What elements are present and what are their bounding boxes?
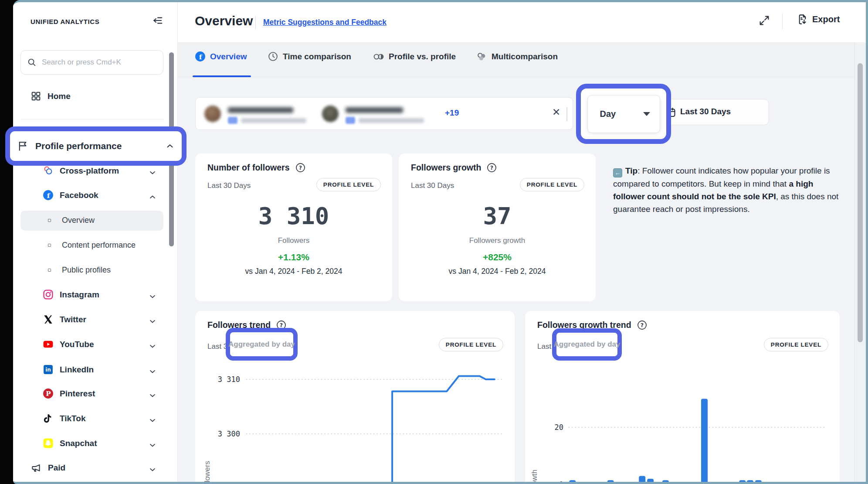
tab-overview[interactable]: f Overview [195,51,247,62]
toolbar-divider [566,107,567,121]
close-icon[interactable]: ✕ [552,106,560,118]
help-icon[interactable]: ? [295,162,306,173]
chevron-down-icon[interactable] [148,342,157,351]
sidebar-item-label: Public profiles [62,266,111,275]
sidebar-item-label: YouTube [60,340,94,349]
chevron-down-icon[interactable] [148,168,157,177]
date-range-label: Last 30 Days [680,107,731,116]
kpi-value: 37 [399,202,596,230]
svg-text:P: P [46,390,51,398]
chevron-down-icon[interactable] [148,317,157,326]
facebook-icon: f [43,190,54,201]
sidebar-item-tiktok[interactable]: TikTok [43,413,85,424]
kpi-delta: +825% [399,252,596,262]
chevron-up-icon[interactable] [148,193,157,201]
bullet-icon [48,269,51,272]
blurred-profile-name [228,107,293,113]
sidebar-item-facebook[interactable]: f Facebook [43,190,98,201]
tab-label: Time comparison [283,52,351,61]
svg-text:0: 0 [559,480,563,484]
tab-label: Overview [210,52,247,61]
sidebar-item-fb-content-performance[interactable]: Content performance [48,241,136,250]
kpi-compare-range: vs Jan 4, 2024 - Feb 2, 2024 [195,267,392,276]
aggregation-dropdown[interactable]: Day [587,95,660,133]
sidebar-item-cross-platform[interactable]: Cross-platform [43,165,119,176]
sidebar-item-instagram[interactable]: Instagram [43,289,99,300]
sidebar-item-label: Content performance [62,241,136,250]
blurred-platform-badge [346,117,355,124]
sidebar-item-paid[interactable]: Paid [31,462,65,474]
sidebar-item-youtube[interactable]: YouTube [43,339,94,350]
youtube-icon [43,339,54,350]
linkedin-icon: in [43,364,54,375]
sidebar-item-fb-overview[interactable]: Overview [48,216,95,225]
search-box[interactable] [20,50,163,75]
more-profiles-count[interactable]: +19 [445,108,459,118]
sidebar-item-pinterest[interactable]: P Pinterest [43,388,95,399]
expand-icon[interactable] [758,14,770,27]
avatar [322,106,339,122]
collapse-sidebar-icon[interactable] [152,14,164,27]
sidebar-item-label: LinkedIn [60,365,94,375]
metric-suggestions-link[interactable]: Metric Suggestions and Feedback [263,18,387,27]
card-period: Last 30 Days [207,181,251,190]
chevron-down-icon[interactable] [148,441,157,450]
blurred-profile-subtitle [241,118,306,123]
blurred-profile-subtitle [359,118,424,123]
kpi-unit: Followers [195,236,392,245]
chevron-down-icon[interactable] [148,416,157,425]
facebook-icon: f [195,51,206,62]
bullet-icon [48,244,51,247]
arrow-left-key-icon: ← [613,168,622,177]
tab-label: Profile vs. profile [389,52,456,61]
svg-text:3 310: 3 310 [218,375,240,384]
cross-platform-icon [43,165,54,176]
sidebar-item-snapchat[interactable]: Snapchat [43,438,97,449]
svg-text:20: 20 [555,423,563,432]
chevron-up-icon[interactable] [165,141,175,151]
sidebar-item-twitter[interactable]: Twitter [43,314,86,325]
sidebar-item-label: Pinterest [60,389,95,399]
main-scrollbar-thumb[interactable] [858,63,863,342]
app-window: UNIFIED ANALYTICS Home [13,0,868,484]
svg-text:?: ? [490,165,493,171]
export-button[interactable]: Export [797,14,840,25]
blurred-platform-badge [228,117,237,124]
search-icon [27,58,37,67]
chevron-down-icon[interactable] [148,465,157,474]
bullet-icon [48,219,51,222]
blurred-profile-name [346,107,403,113]
page-title: Overview [195,14,253,28]
sidebar-item-linkedin[interactable]: in LinkedIn [43,364,94,375]
chevron-down-icon[interactable] [148,391,157,400]
profile-level-badge: PROFILE LEVEL [520,178,584,191]
profile-selector-bar[interactable]: +19 ✕ [195,97,573,130]
chevron-down-icon[interactable] [148,367,157,376]
instagram-icon [43,289,54,300]
sidebar-item-home[interactable]: Home [31,91,71,102]
help-icon[interactable]: ? [486,162,497,173]
multicomparison-icon [476,51,487,62]
tab-time-comparison[interactable]: Time comparison [268,51,351,62]
sidebar-item-label: Paid [48,463,65,473]
tab-profile-vs-profile[interactable]: Profile vs. profile [373,51,456,62]
sidebar-item-label: Snapchat [60,439,97,448]
aggregation-value: Day [600,109,616,119]
kpi-value: 3 310 [195,202,392,230]
tip-bold: Tip [625,166,637,175]
sidebar-divider [20,119,163,119]
tab-multicomparison[interactable]: Multicomparison [476,51,558,62]
y-axis-label: of followers [203,461,212,484]
card-period: Last 30 Days [411,181,454,190]
export-label: Export [812,14,840,24]
kpi-card-followers: Number of followers ? Last 30 Days PROFI… [195,153,392,301]
caret-down-icon [643,112,650,116]
sidebar-item-fb-public-profiles[interactable]: Public profiles [48,266,111,275]
flag-icon [17,140,29,152]
chevron-down-icon[interactable] [148,292,157,301]
twitter-x-icon [43,314,54,325]
annotation-profile-performance[interactable]: Profile performance [5,126,186,166]
annotation-aggregated-by-day-left: Aggregated by day [226,328,298,361]
main-scrollbar-track[interactable] [854,42,866,482]
search-input[interactable] [42,58,157,67]
